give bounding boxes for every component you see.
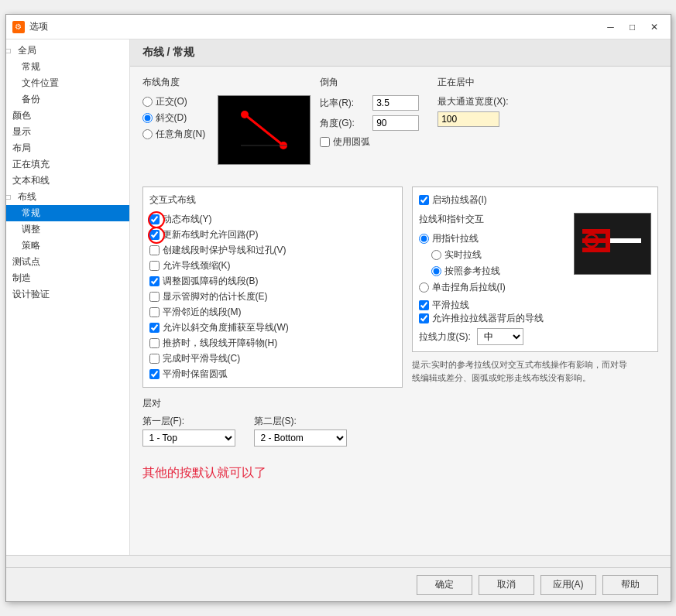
puller-controls: 拉线和指针交互 用指针拉线 实时拉线 [419,213,568,345]
checkbox-neck[interactable]: 允许导线颈缩(K) [149,259,396,272]
cancel-button[interactable]: 取消 [479,575,534,595]
second-layer-select[interactable]: 1 - Top 2 - Bottom [254,429,347,447]
allow-behind-checkbox[interactable]: 允许推拉拉线器背后的导线 [419,312,568,325]
sidebar-item-manufacture[interactable]: 制造 [6,270,129,286]
checkbox-smooth-complete-input[interactable] [149,354,160,364]
radio-reference-input[interactable] [431,266,441,276]
tension-row: 拉线力度(S): 中 低 高 [419,328,568,345]
angle-radio-group: 正交(O) 斜交(D) 任意角度(N) [142,95,206,165]
checkbox-estimate-length-label: 显示管脚对的估计长度(E) [163,290,268,303]
maximize-button[interactable]: □ [623,19,643,35]
sidebar-item-general[interactable]: 常规 [6,59,129,75]
puller-enable-label: 启动拉线器(I) [432,193,487,207]
checkbox-arc-obstacle[interactable]: 调整圆弧障碍的线段(B) [149,275,396,288]
help-button[interactable]: 帮助 [602,575,658,595]
sidebar-item-color[interactable]: 颜色 [6,108,129,124]
sidebar-item-designverify[interactable]: 设计验证 [6,286,129,303]
checkbox-neck-input[interactable] [149,261,160,271]
sidebar-item-filling[interactable]: 正在填充 [6,156,129,173]
radio-ortho-input[interactable] [142,97,153,107]
checkbox-allow-loop[interactable]: 更新布线时允许回路(P) [149,228,396,241]
checkbox-smooth-complete[interactable]: 完成时平滑导线(C) [149,352,396,365]
bevel-angle-label: 角度(G): [320,117,366,130]
bottom-scrollbar[interactable] [6,555,671,567]
puller-preview [574,213,651,275]
radio-any[interactable]: 任意角度(N) [142,128,206,141]
checkbox-estimate-length[interactable]: 显示管脚对的估计长度(E) [149,290,396,303]
use-arc-input[interactable] [320,137,330,147]
sidebar-item-routing-general[interactable]: 常规 [6,205,129,221]
smooth-puller-input[interactable] [419,300,429,310]
sidebar-item-display[interactable]: 显示 [6,124,129,140]
sidebar-item-filelocations[interactable]: 文件位置 [6,75,129,91]
puller-svg [575,214,651,275]
checkbox-keep-arc[interactable]: 平滑时保留圆弧 [149,368,396,381]
allow-behind-input[interactable] [419,313,429,323]
checkbox-capture-diagonal[interactable]: 允许以斜交角度捕获至导线(W) [149,321,396,334]
checkbox-dynamic-routing[interactable]: 动态布线(Y) [149,213,396,226]
bottom-bar: 确定 取消 应用(A) 帮助 [6,567,671,601]
sidebar-item-testpoint[interactable]: 测试点 [6,254,129,270]
sidebar-item-routing[interactable]: □ 布线 [6,189,129,205]
title-bar-left: ⚙ 选项 [12,20,48,33]
checkbox-protect-via[interactable]: 创建线段时保护导线和过孔(V) [149,244,396,257]
sidebar-item-routing-adjust[interactable]: 调整 [6,221,129,238]
puller-enable-input[interactable] [419,195,429,205]
apply-button[interactable]: 应用(A) [540,575,596,595]
checkbox-smooth-nearby-input[interactable] [149,307,160,317]
radio-diagonal-label: 斜交(D) [156,111,187,125]
interactive-routing-title: 交互式布线 [149,193,396,207]
checkbox-capture-diagonal-input[interactable] [149,323,160,333]
max-channel-input[interactable] [438,111,499,127]
checkbox-allow-loop-input[interactable] [149,230,160,240]
radio-ortho[interactable]: 正交(O) [142,95,206,108]
center-section: 正在居中 最大通道宽度(X): [438,76,508,127]
bevel-ratio-input[interactable] [372,95,419,111]
checkbox-arc-obstacle-input[interactable] [149,276,160,286]
sidebar-item-textline[interactable]: 文本和线 [6,173,129,189]
checkbox-dynamic-routing-input[interactable] [149,214,160,224]
routing-angle-section: 布线角度 正交(O) 斜交(D) [142,76,311,165]
routing-angle-label: 布线角度 [142,76,311,89]
tension-label: 拉线力度(S): [419,330,471,344]
sidebar-item-global[interactable]: □ 全局 [6,43,129,59]
smooth-puller-checkbox[interactable]: 平滑拉线 [419,299,568,312]
sidebar-item-layout[interactable]: 布局 [6,140,129,156]
highlight-text: 其他的按默认就可以了 [142,459,658,488]
use-arc-checkbox[interactable]: 使用圆弧 [320,135,428,149]
checkbox-push-obstacle[interactable]: 推挤时，线段线开障碍物(H) [149,337,396,350]
radio-click-input[interactable] [419,282,429,293]
radio-diagonal[interactable]: 斜交(D) [142,111,206,125]
radio-reference-label: 按照参考拉线 [444,265,500,278]
ok-button[interactable]: 确定 [417,575,472,595]
first-layer-select[interactable]: 1 - Top 2 - Bottom [142,429,235,447]
checkbox-protect-via-input[interactable] [149,245,160,255]
radio-any-input[interactable] [142,129,153,139]
radio-finger-input[interactable] [419,234,429,244]
bevel-angle-input[interactable] [372,115,419,131]
checkbox-smooth-nearby[interactable]: 平滑邻近的线段(M) [149,306,396,319]
radio-diagonal-input[interactable] [142,113,153,123]
radio-realtime-input[interactable] [431,250,441,260]
sidebar-item-backup[interactable]: 备份 [6,91,129,108]
max-channel-label: 最大通道宽度(X): [438,95,508,108]
checkbox-list: 动态布线(Y) 更新布线时允许回路(P) 创建线段时保护导线和过孔(V) [149,213,396,381]
radio-reference[interactable]: 按照参考拉线 [419,265,568,278]
checkbox-push-obstacle-input[interactable] [149,338,160,348]
puller-enable-checkbox[interactable]: 启动拉线器(I) [419,193,651,207]
checkbox-keep-arc-label: 平滑时保留圆弧 [163,368,228,381]
smooth-puller-label: 平滑拉线 [432,299,469,312]
radio-finger[interactable]: 用指针拉线 [419,232,568,245]
checkbox-keep-arc-input[interactable] [149,369,160,379]
radio-click[interactable]: 单击捏角后拉线(I) [419,281,568,294]
checkbox-estimate-length-input[interactable] [149,292,160,302]
close-button[interactable]: ✕ [644,19,664,35]
minimize-button[interactable]: ─ [601,19,621,35]
routing-angle-svg [225,99,303,161]
hint-text: 提示:实时的参考拉线仅对交互式布线操作有影响，而对导线编辑或差分、圆弧或蛇形走线… [412,358,629,384]
panel-header: 布线 / 常规 [130,39,671,67]
sidebar-item-routing-strategy[interactable]: 策略 [6,238,129,254]
radio-click-label: 单击捏角后拉线(I) [432,281,506,294]
radio-realtime[interactable]: 实时拉线 [419,248,568,262]
tension-select[interactable]: 中 低 高 [477,328,523,345]
